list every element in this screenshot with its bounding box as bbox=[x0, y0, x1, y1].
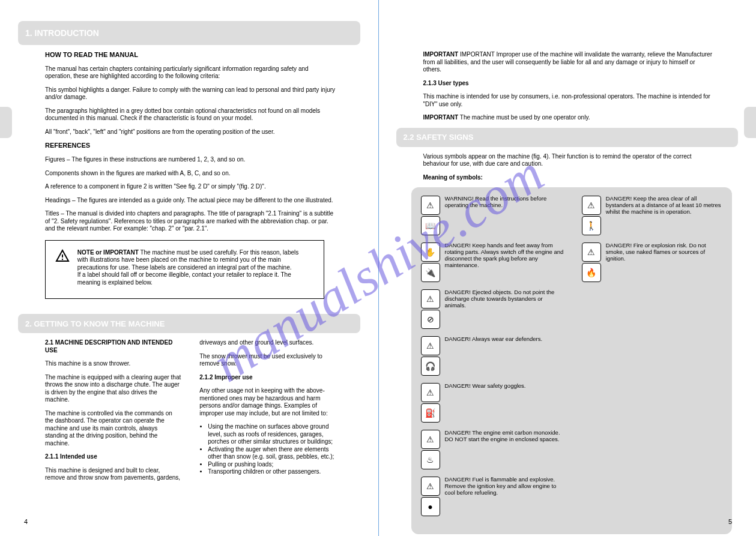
refs-p3: A reference to a component in figure 2 i… bbox=[45, 183, 336, 191]
symbol-text: DANGER! Always wear ear defenders. bbox=[445, 336, 564, 343]
signs-intro: Various symbols appear on the machine (f… bbox=[423, 153, 715, 168]
symbol-item: ⚠🚶DANGER! Keep the area clear of all bys… bbox=[582, 196, 725, 236]
symbol-icon: ● bbox=[421, 497, 440, 516]
symbol-icon: ⚠ bbox=[421, 477, 440, 496]
refs-p1: Figures – The figures in these instructi… bbox=[45, 156, 336, 164]
symbol-icon: ⛽ bbox=[421, 403, 440, 423]
warning-box: NOTE or IMPORTANT The machine must be us… bbox=[45, 240, 324, 300]
improper-3: Pulling or pushing loads; bbox=[208, 461, 336, 469]
symbol-text: WARNING! Read the instructions before op… bbox=[445, 196, 564, 209]
svg-point-1 bbox=[62, 258, 63, 259]
section-bar-introduction: 1. INTRODUCTION bbox=[18, 21, 360, 45]
symbol-icon: ♨ bbox=[421, 450, 440, 469]
warning-text-2: If a label should fall off or become ill… bbox=[77, 271, 291, 286]
symbol-icon: 🔌 bbox=[421, 263, 440, 282]
symbol-icon: ✋ bbox=[421, 242, 440, 262]
symbol-text: DANGER! Wear safety goggles. bbox=[445, 383, 564, 390]
intro-p3: The paragraphs highlighted in a grey dot… bbox=[45, 107, 336, 122]
symbol-icon-group: ⚠⛽ bbox=[421, 383, 440, 424]
section-bar-getting-to-know: 2. GETTING TO KNOW THE MACHINE bbox=[18, 314, 360, 333]
symbol-text: DANGER! The engine emit carbon monoxide.… bbox=[445, 430, 564, 443]
symbol-icon: ⚠ bbox=[582, 242, 601, 262]
warning-icon bbox=[54, 249, 71, 266]
left-page: 1. INTRODUCTION HOW TO READ THE MANUAL T… bbox=[0, 0, 378, 536]
desc-p1: This machine is a snow thrower. bbox=[45, 360, 181, 368]
symbol-icon: ⊘ bbox=[421, 310, 440, 329]
desc-p3: The machine is controlled via the comman… bbox=[45, 410, 181, 448]
symbol-icon: 🚶 bbox=[582, 216, 601, 235]
refs-p4: Headings – The figures are intended as a… bbox=[45, 197, 336, 205]
intro-title: HOW TO READ THE MANUAL bbox=[45, 51, 336, 59]
right-page: IMPORTANT IMPORTANT Improper use of the … bbox=[378, 0, 757, 536]
symbol-icon-group: ⚠● bbox=[421, 477, 440, 517]
symbol-icon: ⚠ bbox=[421, 289, 440, 309]
meaning-label: Meaning of symbols: bbox=[423, 174, 715, 182]
symbol-icon: ⚠ bbox=[421, 430, 440, 449]
intended-p2: The snow thrower must be used exclusivel… bbox=[199, 353, 336, 368]
intro-p1: The manual has certain chapters containi… bbox=[45, 65, 336, 80]
improper-2: Activating the auger when there are elem… bbox=[208, 446, 336, 461]
desc-p2: The machine is equipped with a clearing … bbox=[45, 374, 181, 404]
page-spine bbox=[378, 0, 379, 536]
symbol-item: ⚠♨DANGER! The engine emit carbon monoxid… bbox=[421, 430, 564, 471]
symbol-icon-group: ⚠🚶 bbox=[582, 196, 601, 236]
symbol-item: ⚠⊘DANGER! Ejected objects. Do not point … bbox=[421, 289, 564, 330]
symbol-item: ⚠🔥DANGER! Fire or explosion risk. Do not… bbox=[582, 242, 725, 283]
symbol-icon: 📖 bbox=[421, 216, 440, 235]
intro-p4: All "front", "back", "left" and "right" … bbox=[45, 128, 336, 136]
symbol-text: DANGER! Keep hands and feet away from ro… bbox=[445, 242, 564, 269]
symbol-icon-group: ⚠🎧 bbox=[421, 336, 440, 377]
symbol-item: ⚠⛽DANGER! Wear safety goggles. bbox=[421, 383, 564, 424]
safety-symbols-panel: ⚠📖WARNING! Read the instructions before … bbox=[411, 187, 733, 534]
machine-description-block: 2.1 MACHINE DESCRIPTION AND INTENDED USE… bbox=[45, 339, 336, 482]
symbol-text: DANGER! Fuel is flammable and explosive.… bbox=[445, 477, 564, 496]
refs-p2: Components shown in the figures are mark… bbox=[45, 170, 336, 178]
symbol-icon-group: ⚠🔥 bbox=[582, 242, 601, 283]
symbol-item: ✋🔌DANGER! Keep hands and feet away from … bbox=[421, 242, 564, 283]
intro-block: HOW TO READ THE MANUAL The manual has ce… bbox=[45, 51, 336, 233]
section-2-1: 2.1 MACHINE DESCRIPTION AND INTENDED USE bbox=[45, 339, 181, 354]
symbol-icon: ⚠ bbox=[421, 383, 440, 402]
page-number-left: 4 bbox=[24, 518, 28, 525]
important-text: IMPORTANT Improper use of the machine wi… bbox=[423, 51, 712, 73]
symbol-item: ⚠📖WARNING! Read the instructions before … bbox=[421, 196, 564, 236]
section-bar-safety-signs: 2.2 SAFETY SIGNS bbox=[396, 128, 739, 147]
symbol-text: DANGER! Ejected objects. Do not point th… bbox=[445, 289, 564, 309]
symbol-icon-group: ⚠📖 bbox=[421, 196, 440, 236]
section-2-1-3: 2.1.3 User types bbox=[423, 80, 715, 88]
symbol-icon: 🎧 bbox=[421, 357, 440, 376]
symbol-icon: ⚠ bbox=[421, 196, 440, 215]
symbol-icon-group: ⚠⊘ bbox=[421, 289, 440, 330]
user-p1: This machine is intended for use by cons… bbox=[423, 93, 715, 108]
symbol-item: ⚠●DANGER! Fuel is flammable and explosiv… bbox=[421, 477, 564, 517]
symbol-icon: ⚠ bbox=[582, 196, 601, 215]
symbol-item: ⚠🎧DANGER! Always wear ear defenders. bbox=[421, 336, 564, 377]
symbol-icon-group: ✋🔌 bbox=[421, 242, 440, 283]
spacer bbox=[396, 21, 739, 45]
signs-intro-block: Various symbols appear on the machine (f… bbox=[423, 153, 715, 182]
refs-title: REFERENCES bbox=[45, 142, 336, 150]
symbols-column-left: ⚠📖WARNING! Read the instructions before … bbox=[421, 196, 564, 523]
user-important: The machine must be used by one operator… bbox=[460, 114, 590, 121]
symbol-text: DANGER! Fire or explosion risk. Do not s… bbox=[606, 242, 725, 262]
right-intro-block: IMPORTANT IMPORTANT Improper use of the … bbox=[423, 51, 715, 122]
section-2-1-1: 2.1.1 Intended use bbox=[45, 453, 181, 461]
symbol-icon: 🔥 bbox=[582, 263, 601, 282]
section-2-1-2: 2.1.2 Improper use bbox=[199, 374, 336, 382]
page-number-right: 5 bbox=[728, 518, 732, 525]
symbols-column-right: ⚠🚶DANGER! Keep the area clear of all bys… bbox=[582, 196, 725, 523]
warning-note-label: NOTE or IMPORTANT bbox=[77, 249, 139, 256]
symbol-icon: ⚠ bbox=[421, 336, 440, 355]
improper-4: Transporting children or other passenger… bbox=[208, 468, 336, 476]
improper-intro: Any other usage not in keeping with the … bbox=[199, 387, 336, 417]
symbol-icon-group: ⚠♨ bbox=[421, 430, 440, 471]
symbol-text: DANGER! Keep the area clear of all bysta… bbox=[606, 196, 725, 215]
intro-p2: This symbol highlights a danger. Failure… bbox=[45, 86, 336, 101]
refs-p5: Titles – The manual is divided into chap… bbox=[45, 210, 336, 233]
improper-1: Using the machine on surfaces above grou… bbox=[208, 423, 336, 446]
